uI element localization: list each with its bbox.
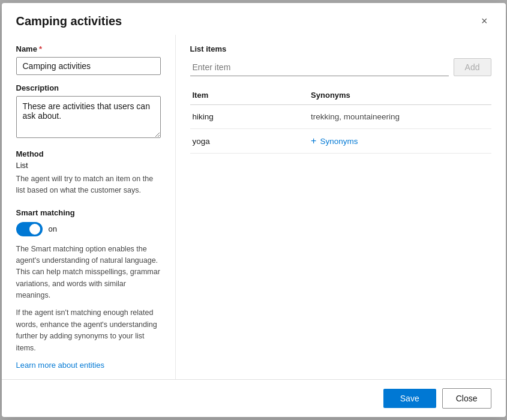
smart-matching-desc-2: If the agent isn't matching enough relat… [16,307,161,354]
description-input[interactable]: These are activities that users can ask … [16,96,161,138]
left-panel: Name * Description These are activities … [2,35,176,379]
method-description: The agent will try to match an item on t… [16,173,161,196]
name-input[interactable] [16,57,161,75]
learn-more-link[interactable]: Learn more about entities [16,361,104,370]
method-value: List [16,161,161,170]
modal-body: Name * Description These are activities … [2,35,506,379]
right-panel: List items Add Item Synonyms hiking trek… [176,35,506,379]
modal-container: Camping activities × Name * Description … [2,3,506,417]
add-synonyms-button[interactable]: + Synonyms [311,136,488,146]
modal-footer: Save Close [2,379,506,417]
smart-matching-desc-1: The Smart matching option enables the ag… [16,244,161,302]
name-field-group: Name * [16,44,161,75]
add-synonyms-cell[interactable]: + Synonyms [311,136,488,146]
smart-matching-toggle[interactable] [16,222,43,236]
method-label: Method [16,149,161,158]
modal-close-button[interactable]: × [478,14,491,29]
item-cell: hiking [193,112,311,121]
modal-title: Camping activities [16,14,122,28]
list-items-label: List items [190,44,491,53]
smart-matching-section: Smart matching on The Smart matching opt… [16,208,161,370]
method-section: Method List The agent will try to match … [16,149,161,196]
toggle-on-label: on [49,224,57,233]
col-header-synonyms: Synonyms [311,91,488,100]
close-button[interactable]: Close [442,388,491,409]
add-item-row: Add [190,58,491,76]
enter-item-input[interactable] [190,59,449,76]
description-label: Description [16,83,161,92]
required-indicator: * [39,44,42,53]
table-row: hiking trekking, mountaineering [190,105,491,129]
table-header: Item Synonyms [190,86,491,105]
add-synonyms-label: Synonyms [320,137,358,146]
modal-header: Camping activities × [2,3,506,35]
item-cell: yoga [193,137,311,146]
add-item-button[interactable]: Add [454,58,491,76]
col-header-item: Item [193,91,311,100]
plus-icon: + [311,136,316,146]
table-row: yoga + Synonyms [190,129,491,154]
description-field-group: Description These are activities that us… [16,83,161,140]
toggle-row: on [16,222,161,236]
save-button[interactable]: Save [383,389,436,408]
name-label: Name * [16,44,161,53]
synonyms-cell: trekking, mountaineering [311,112,488,121]
smart-matching-title: Smart matching [16,208,161,217]
